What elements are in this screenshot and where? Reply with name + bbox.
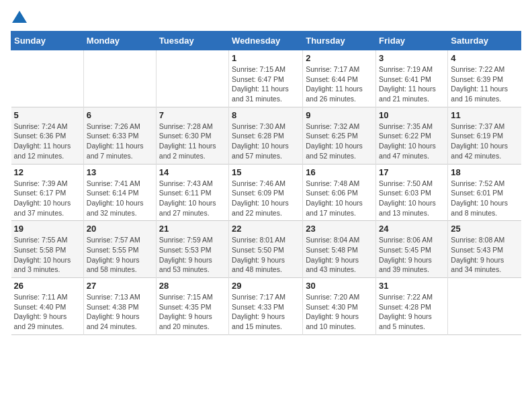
day-number: 6 [87, 110, 153, 120]
calendar-cell: 6Sunrise: 7:26 AM Sunset: 6:33 PM Daylig… [83, 107, 156, 164]
day-number: 10 [379, 110, 445, 120]
day-info: Sunrise: 8:01 AM Sunset: 5:50 PM Dayligh… [232, 235, 300, 275]
calendar-cell: 12Sunrise: 7:39 AM Sunset: 6:17 PM Dayli… [11, 164, 84, 221]
day-info: Sunrise: 7:32 AM Sunset: 6:25 PM Dayligh… [306, 122, 373, 161]
calendar-cell: 3Sunrise: 7:19 AM Sunset: 6:41 PM Daylig… [376, 50, 448, 107]
calendar-cell: 31Sunrise: 7:22 AM Sunset: 4:28 PM Dayli… [376, 278, 448, 335]
day-info: Sunrise: 7:22 AM Sunset: 4:28 PM Dayligh… [379, 292, 445, 332]
calendar-cell: 15Sunrise: 7:46 AM Sunset: 6:09 PM Dayli… [229, 164, 303, 221]
calendar-cell [156, 50, 228, 107]
calendar-cell: 5Sunrise: 7:24 AM Sunset: 6:36 PM Daylig… [11, 107, 84, 164]
day-number: 28 [159, 281, 226, 291]
calendar-cell: 9Sunrise: 7:32 AM Sunset: 6:25 PM Daylig… [303, 107, 376, 164]
day-info: Sunrise: 7:17 AM Sunset: 6:44 PM Dayligh… [306, 64, 373, 104]
calendar-week-5: 26Sunrise: 7:11 AM Sunset: 4:40 PM Dayli… [11, 278, 521, 335]
day-number: 22 [232, 224, 300, 234]
day-number: 17 [379, 167, 445, 177]
day-info: Sunrise: 8:06 AM Sunset: 5:45 PM Dayligh… [379, 235, 445, 275]
calendar-cell: 24Sunrise: 8:06 AM Sunset: 5:45 PM Dayli… [376, 221, 448, 278]
day-number: 30 [306, 281, 373, 291]
calendar-cell: 17Sunrise: 7:50 AM Sunset: 6:03 PM Dayli… [376, 164, 448, 221]
calendar-header-row: SundayMondayTuesdayWednesdayThursdayFrid… [11, 32, 521, 50]
column-header-saturday: Saturday [448, 32, 521, 50]
calendar-cell: 4Sunrise: 7:22 AM Sunset: 6:39 PM Daylig… [448, 50, 521, 107]
calendar-cell: 7Sunrise: 7:28 AM Sunset: 6:30 PM Daylig… [156, 107, 228, 164]
day-info: Sunrise: 7:17 AM Sunset: 4:33 PM Dayligh… [232, 292, 300, 332]
day-info: Sunrise: 7:50 AM Sunset: 6:03 PM Dayligh… [379, 179, 445, 218]
day-info: Sunrise: 7:46 AM Sunset: 6:09 PM Dayligh… [232, 179, 300, 218]
day-number: 5 [14, 110, 81, 120]
calendar-cell: 11Sunrise: 7:37 AM Sunset: 6:19 PM Dayli… [448, 107, 521, 164]
day-info: Sunrise: 7:11 AM Sunset: 4:40 PM Dayligh… [14, 292, 81, 332]
calendar-cell: 18Sunrise: 7:52 AM Sunset: 6:01 PM Dayli… [448, 164, 521, 221]
calendar-cell: 10Sunrise: 7:35 AM Sunset: 6:22 PM Dayli… [376, 107, 448, 164]
day-info: Sunrise: 7:22 AM Sunset: 6:39 PM Dayligh… [451, 64, 518, 104]
day-number: 15 [232, 167, 300, 177]
calendar-cell: 14Sunrise: 7:43 AM Sunset: 6:11 PM Dayli… [156, 164, 228, 221]
day-number: 11 [451, 110, 518, 120]
day-info: Sunrise: 7:52 AM Sunset: 6:01 PM Dayligh… [451, 179, 518, 218]
day-info: Sunrise: 7:39 AM Sunset: 6:17 PM Dayligh… [14, 179, 81, 218]
day-number: 23 [306, 224, 373, 234]
day-info: Sunrise: 7:15 AM Sunset: 6:47 PM Dayligh… [232, 64, 300, 104]
day-number: 19 [14, 224, 81, 234]
day-number: 7 [159, 110, 226, 120]
day-number: 1 [232, 53, 300, 63]
day-info: Sunrise: 7:43 AM Sunset: 6:11 PM Dayligh… [159, 179, 226, 218]
day-info: Sunrise: 7:30 AM Sunset: 6:28 PM Dayligh… [232, 122, 300, 161]
day-number: 3 [379, 53, 445, 63]
calendar-cell: 8Sunrise: 7:30 AM Sunset: 6:28 PM Daylig… [229, 107, 303, 164]
day-number: 27 [87, 281, 153, 291]
calendar-week-2: 5Sunrise: 7:24 AM Sunset: 6:36 PM Daylig… [11, 107, 521, 164]
day-number: 16 [306, 167, 373, 177]
calendar-cell: 30Sunrise: 7:20 AM Sunset: 4:30 PM Dayli… [303, 278, 376, 335]
day-info: Sunrise: 7:13 AM Sunset: 4:38 PM Dayligh… [87, 292, 153, 332]
day-info: Sunrise: 7:57 AM Sunset: 5:55 PM Dayligh… [87, 235, 153, 275]
calendar-cell: 21Sunrise: 7:59 AM Sunset: 5:53 PM Dayli… [156, 221, 228, 278]
column-header-tuesday: Tuesday [156, 32, 228, 50]
day-info: Sunrise: 7:28 AM Sunset: 6:30 PM Dayligh… [159, 122, 226, 161]
calendar-cell: 23Sunrise: 8:04 AM Sunset: 5:48 PM Dayli… [303, 221, 376, 278]
day-number: 26 [14, 281, 81, 291]
day-number: 14 [159, 167, 226, 177]
day-number: 25 [451, 224, 518, 234]
calendar-cell: 13Sunrise: 7:41 AM Sunset: 6:14 PM Dayli… [83, 164, 156, 221]
calendar-cell: 2Sunrise: 7:17 AM Sunset: 6:44 PM Daylig… [303, 50, 376, 107]
day-number: 12 [14, 167, 81, 177]
calendar-cell: 28Sunrise: 7:15 AM Sunset: 4:35 PM Dayli… [156, 278, 228, 335]
page-header [11, 11, 521, 23]
day-info: Sunrise: 7:48 AM Sunset: 6:06 PM Dayligh… [306, 179, 373, 218]
calendar-cell: 25Sunrise: 8:08 AM Sunset: 5:43 PM Dayli… [448, 221, 521, 278]
calendar-cell [448, 278, 521, 335]
calendar-cell: 27Sunrise: 7:13 AM Sunset: 4:38 PM Dayli… [83, 278, 156, 335]
day-number: 24 [379, 224, 445, 234]
svg-marker-0 [12, 11, 27, 23]
day-info: Sunrise: 7:41 AM Sunset: 6:14 PM Dayligh… [87, 179, 153, 218]
calendar-cell: 29Sunrise: 7:17 AM Sunset: 4:33 PM Dayli… [229, 278, 303, 335]
day-number: 9 [306, 110, 373, 120]
day-info: Sunrise: 7:26 AM Sunset: 6:33 PM Dayligh… [87, 122, 153, 161]
calendar-week-1: 1Sunrise: 7:15 AM Sunset: 6:47 PM Daylig… [11, 50, 521, 107]
day-number: 20 [87, 224, 153, 234]
calendar-cell: 26Sunrise: 7:11 AM Sunset: 4:40 PM Dayli… [11, 278, 84, 335]
calendar-cell [11, 50, 84, 107]
column-header-thursday: Thursday [303, 32, 376, 50]
calendar-cell: 1Sunrise: 7:15 AM Sunset: 6:47 PM Daylig… [229, 50, 303, 107]
day-info: Sunrise: 7:35 AM Sunset: 6:22 PM Dayligh… [379, 122, 445, 161]
day-number: 31 [379, 281, 445, 291]
day-info: Sunrise: 7:24 AM Sunset: 6:36 PM Dayligh… [14, 122, 81, 161]
day-number: 21 [159, 224, 226, 234]
calendar-table: SundayMondayTuesdayWednesdayThursdayFrid… [11, 31, 521, 335]
calendar-cell [83, 50, 156, 107]
calendar-cell: 19Sunrise: 7:55 AM Sunset: 5:58 PM Dayli… [11, 221, 84, 278]
day-info: Sunrise: 7:15 AM Sunset: 4:35 PM Dayligh… [159, 292, 226, 332]
day-number: 13 [87, 167, 153, 177]
day-info: Sunrise: 8:04 AM Sunset: 5:48 PM Dayligh… [306, 235, 373, 275]
column-header-wednesday: Wednesday [229, 32, 303, 50]
calendar-cell: 20Sunrise: 7:57 AM Sunset: 5:55 PM Dayli… [83, 221, 156, 278]
column-header-friday: Friday [376, 32, 448, 50]
calendar-week-3: 12Sunrise: 7:39 AM Sunset: 6:17 PM Dayli… [11, 164, 521, 221]
day-info: Sunrise: 7:20 AM Sunset: 4:30 PM Dayligh… [306, 292, 373, 332]
day-info: Sunrise: 7:37 AM Sunset: 6:19 PM Dayligh… [451, 122, 518, 161]
day-number: 2 [306, 53, 373, 63]
